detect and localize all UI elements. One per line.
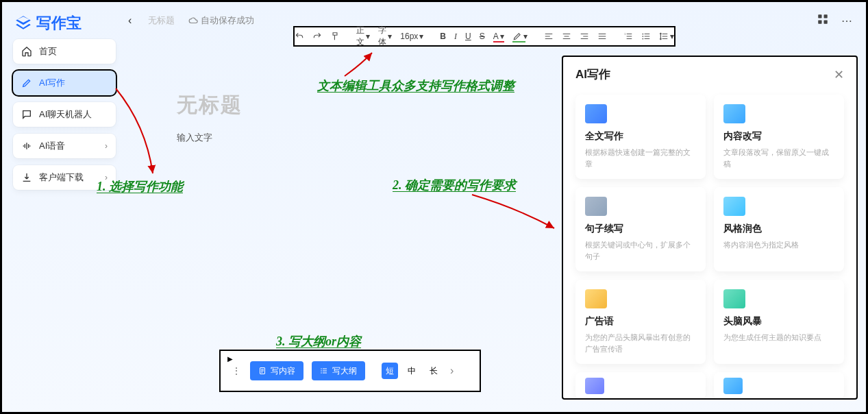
ordered-list-button[interactable]: 1 bbox=[623, 32, 633, 41]
editor-toolbar: 正文 ▾ 字体 ▾ 16px ▾ B I U S A ▾ ▾ 1 ▾ bbox=[293, 26, 675, 47]
list-icon bbox=[320, 367, 328, 375]
fontsize-select[interactable]: 16px ▾ bbox=[400, 32, 423, 41]
redo-button[interactable] bbox=[312, 32, 322, 41]
title-placeholder[interactable]: 无标题 bbox=[177, 91, 550, 119]
annotation-3: 2. 确定需要的写作要求 bbox=[393, 177, 516, 193]
full-writing-icon bbox=[585, 104, 607, 123]
card-desc: 将内容润色为指定风格 bbox=[723, 239, 834, 251]
card-desc: 根据标题快速创建一篇完整的文章 bbox=[585, 147, 696, 169]
length-medium[interactable]: 中 bbox=[404, 363, 420, 379]
home-icon bbox=[21, 46, 32, 57]
logo-icon bbox=[14, 14, 32, 32]
undo-button[interactable] bbox=[295, 32, 304, 41]
body-placeholder[interactable]: 输入文字 bbox=[177, 132, 550, 144]
svg-rect-2 bbox=[818, 21, 821, 24]
card-slogan[interactable]: 广告语 为您的产品头脑风暴出有创意的广告宣传语 bbox=[575, 280, 706, 364]
arrow-2 bbox=[468, 191, 564, 239]
editor-area[interactable]: 无标题 输入文字 bbox=[177, 91, 550, 144]
card-icon bbox=[723, 378, 743, 394]
sidebar-item-label: 客户端下载 bbox=[39, 171, 84, 184]
card-desc: 为您的产品头脑风暴出有创意的广告宣传语 bbox=[585, 332, 696, 354]
paragraph-select[interactable]: 正文 ▾ bbox=[356, 25, 370, 48]
caret-icon: ▶ bbox=[227, 355, 233, 363]
card-brainstorm[interactable]: 头脑风暴 为您生成任何主题的知识要点 bbox=[714, 280, 844, 364]
format-brush-button[interactable] bbox=[330, 32, 340, 41]
ai-write-panel: AI写作 ✕ 全文写作 根据标题快速创建一篇完整的文章 内容改写 文章段落改写，… bbox=[562, 56, 858, 400]
card-title: 内容改写 bbox=[723, 130, 834, 143]
card-partial-b[interactable] bbox=[714, 372, 844, 400]
svg-point-5 bbox=[642, 34, 643, 35]
card-desc: 根据关键词或中心句，扩展多个句子 bbox=[585, 239, 696, 262]
card-desc: 文章段落改写，保留原义一键成稿 bbox=[723, 147, 834, 169]
grid-icon[interactable] bbox=[817, 13, 829, 28]
svg-point-7 bbox=[642, 38, 643, 40]
annotation-4: 3. 写大纲or内容 bbox=[276, 333, 361, 350]
card-title: 全文写作 bbox=[585, 130, 696, 143]
close-icon[interactable]: ✕ bbox=[834, 67, 844, 82]
card-full-writing[interactable]: 全文写作 根据标题快速创建一篇完整的文章 bbox=[575, 95, 706, 179]
sidebar: 首页 AI写作 AI聊天机器人 AI语音 › 客户端下载 › bbox=[13, 39, 116, 190]
chevron-right-icon: › bbox=[105, 141, 108, 151]
align-center-button[interactable] bbox=[562, 32, 571, 41]
sidebar-item-label: AI语音 bbox=[39, 140, 65, 152]
autosave-status: 自动保存成功 bbox=[188, 14, 254, 27]
svg-rect-1 bbox=[824, 14, 828, 18]
unordered-list-button[interactable] bbox=[641, 32, 651, 41]
bold-button[interactable]: B bbox=[440, 32, 446, 41]
card-title: 广告语 bbox=[585, 315, 696, 328]
arrow-1 bbox=[112, 84, 166, 187]
card-icon bbox=[585, 378, 604, 394]
align-justify-button[interactable] bbox=[597, 32, 607, 41]
svg-point-9 bbox=[321, 368, 322, 369]
style-icon bbox=[723, 197, 745, 216]
annotation-1: 1. 选择写作功能 bbox=[97, 178, 183, 195]
rewrite-icon bbox=[723, 104, 745, 123]
compose-bar: ▶ ⋮ 写内容 写大纲 短 中 长 › bbox=[219, 350, 481, 392]
svg-point-6 bbox=[642, 36, 643, 37]
brainstorm-icon bbox=[723, 289, 745, 308]
sidebar-item-home[interactable]: 首页 bbox=[13, 39, 116, 64]
underline-button[interactable]: U bbox=[465, 32, 471, 41]
svg-rect-0 bbox=[818, 14, 821, 18]
textcolor-button[interactable]: A ▾ bbox=[493, 32, 504, 41]
svg-rect-3 bbox=[824, 21, 828, 24]
sidebar-item-label: 首页 bbox=[39, 45, 57, 58]
annotation-toolbar: 文本编辑工具众多支持写作格式调整 bbox=[317, 77, 514, 94]
length-short[interactable]: 短 bbox=[382, 363, 398, 379]
chat-icon bbox=[21, 109, 32, 120]
breadcrumb-title: 无标题 bbox=[148, 14, 175, 27]
write-content-button[interactable]: 写内容 bbox=[250, 361, 303, 380]
app-name: 写作宝 bbox=[36, 13, 82, 34]
doc-icon bbox=[258, 367, 266, 375]
sidebar-item-chatbot[interactable]: AI聊天机器人 bbox=[13, 102, 116, 127]
card-continue[interactable]: 句子续写 根据关键词或中心句，扩展多个句子 bbox=[575, 187, 706, 271]
continue-icon bbox=[585, 197, 607, 216]
align-left-button[interactable] bbox=[544, 32, 554, 41]
pencil-icon bbox=[21, 77, 32, 88]
highlight-button[interactable]: ▾ bbox=[512, 32, 528, 41]
card-partial-a[interactable] bbox=[575, 372, 706, 400]
svg-point-10 bbox=[321, 370, 322, 372]
strike-button[interactable]: S bbox=[480, 32, 485, 41]
card-style[interactable]: 风格润色 将内容润色为指定风格 bbox=[714, 187, 844, 271]
audio-icon bbox=[21, 141, 32, 151]
italic-button[interactable]: I bbox=[454, 32, 457, 42]
more-options-button[interactable]: ⋮ bbox=[232, 365, 242, 376]
card-title: 头脑风暴 bbox=[723, 315, 834, 328]
back-icon[interactable]: ‹ bbox=[125, 14, 134, 27]
sidebar-item-voice[interactable]: AI语音 › bbox=[13, 134, 116, 158]
lineheight-button[interactable]: ▾ bbox=[659, 32, 674, 41]
chevron-right-icon[interactable]: › bbox=[450, 365, 454, 377]
download-icon bbox=[21, 172, 32, 183]
sidebar-item-ai-write[interactable]: AI写作 bbox=[13, 71, 116, 95]
more-icon[interactable]: ⋯ bbox=[841, 14, 852, 27]
font-select[interactable]: 字体 ▾ bbox=[378, 25, 392, 48]
app-logo: 写作宝 bbox=[14, 13, 82, 34]
card-title: 风格润色 bbox=[723, 223, 834, 235]
sidebar-item-label: AI写作 bbox=[39, 77, 65, 89]
cloud-icon bbox=[188, 16, 198, 25]
write-outline-button[interactable]: 写大纲 bbox=[312, 361, 365, 380]
card-rewrite[interactable]: 内容改写 文章段落改写，保留原义一键成稿 bbox=[714, 95, 844, 179]
align-right-button[interactable] bbox=[580, 32, 589, 41]
length-long[interactable]: 长 bbox=[425, 363, 442, 379]
